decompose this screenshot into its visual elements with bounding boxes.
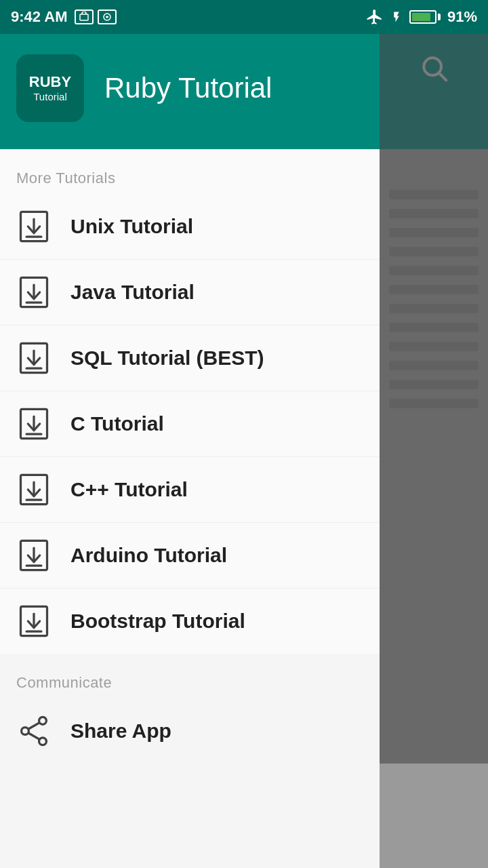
menu-item-label: SQL Tutorial (BEST) [70, 347, 264, 370]
airplane-icon [366, 8, 384, 26]
communicate-heading: Communicate [0, 654, 380, 698]
download-icon [16, 275, 52, 310]
list-item[interactable]: Arduino Tutorial [0, 523, 380, 589]
menu-content: More Tutorials Unix Tutorial [0, 149, 380, 764]
menu-item-label: Bootstrap Tutorial [70, 610, 245, 633]
menu-item-label: Arduino Tutorial [70, 544, 227, 567]
notification-icon-1 [75, 9, 94, 24]
app-title: Ruby Tutorial [104, 72, 272, 104]
svg-line-28 [28, 723, 39, 729]
svg-point-26 [22, 728, 29, 735]
svg-line-29 [28, 733, 39, 739]
share-icon [16, 713, 52, 749]
list-item[interactable]: C++ Tutorial [0, 457, 380, 523]
svg-point-27 [39, 738, 47, 745]
download-icon [16, 604, 52, 639]
more-tutorials-heading: More Tutorials [0, 149, 380, 194]
svg-rect-0 [80, 14, 88, 20]
app-icon: RUBY Tutorial [16, 54, 84, 122]
status-bar: 9:42 AM [0, 0, 488, 34]
list-item[interactable]: Bootstrap Tutorial [0, 589, 380, 654]
battery-icon [409, 10, 441, 24]
notification-icon-2 [98, 9, 117, 24]
list-item[interactable]: SQL Tutorial (BEST) [0, 326, 380, 391]
status-time: 9:42 AM [11, 8, 68, 26]
status-right-area: 91% [366, 8, 477, 26]
download-icon [16, 209, 52, 244]
menu-item-label: Share App [70, 719, 171, 743]
side-overlay [380, 0, 488, 868]
list-item[interactable]: C Tutorial [0, 391, 380, 457]
charging-icon [390, 8, 403, 26]
app-header: RUBY Tutorial Ruby Tutorial [0, 34, 380, 149]
download-icon [16, 340, 52, 376]
battery-percent: 91% [447, 8, 477, 26]
menu-item-label: Unix Tutorial [70, 215, 193, 238]
list-item[interactable]: Unix Tutorial [0, 194, 380, 260]
download-icon [16, 406, 52, 441]
menu-item-label: Java Tutorial [70, 281, 195, 304]
status-time-area: 9:42 AM [11, 8, 117, 26]
menu-item-label: C++ Tutorial [70, 478, 188, 501]
list-item[interactable]: Java Tutorial [0, 260, 380, 326]
svg-point-25 [39, 717, 47, 724]
status-notification-icons [75, 9, 117, 24]
communicate-section: Communicate Share App [0, 654, 380, 764]
app-icon-line1: RUBY [29, 73, 71, 91]
download-icon [16, 538, 52, 573]
app-icon-line2: Tutorial [33, 91, 66, 103]
more-tutorials-section: More Tutorials Unix Tutorial [0, 149, 380, 654]
list-item[interactable]: Share App [0, 698, 380, 764]
menu-item-label: C Tutorial [70, 412, 164, 435]
download-icon [16, 472, 52, 507]
